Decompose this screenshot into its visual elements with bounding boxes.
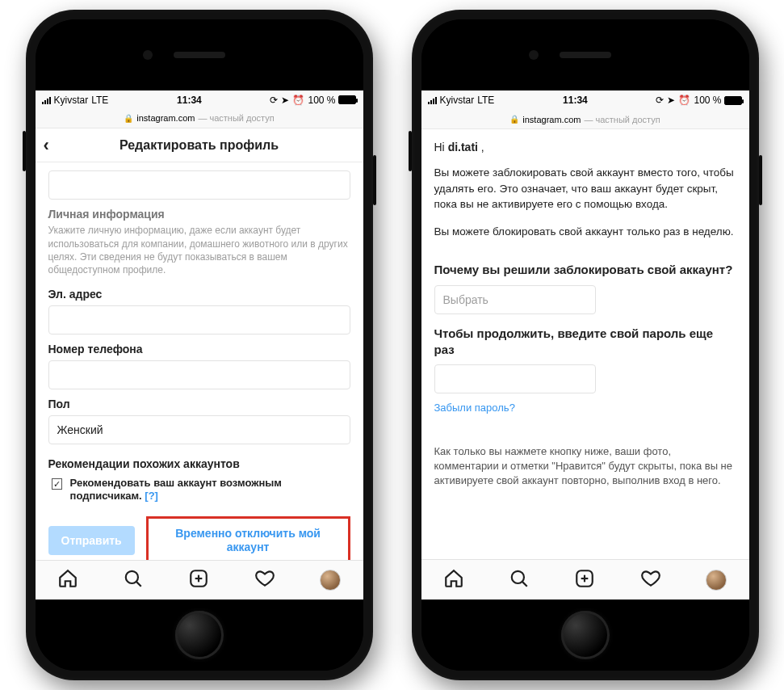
home-button[interactable] [175, 611, 224, 659]
battery-icon [338, 95, 356, 104]
location-icon: ➤ [667, 95, 675, 106]
reason-label: Почему вы решили заблокировать свой акка… [434, 262, 736, 278]
page-header: ‹ Редактировать профиль [36, 128, 363, 163]
footer-paragraph: Как только вы нажмете кнопку ниже, ваши … [434, 444, 736, 489]
signal-icon [42, 96, 51, 104]
lock-icon: 🔒 [124, 114, 133, 123]
battery-text: 100 % [308, 95, 335, 106]
status-time: 11:34 [177, 95, 202, 106]
home-icon[interactable] [443, 568, 464, 592]
reason-select[interactable]: Выбрать [434, 285, 596, 314]
email-input[interactable] [48, 305, 350, 334]
svg-point-0 [126, 571, 138, 583]
profile-avatar[interactable] [320, 570, 341, 591]
page-title: Редактировать профиль [119, 138, 279, 153]
checkbox-icon[interactable]: ✓ [52, 478, 62, 490]
orientation-lock-icon: ⟳ [656, 95, 664, 106]
bottom-tab-bar [421, 559, 749, 600]
url-suffix: — частный доступ [198, 113, 274, 123]
activity-heart-icon[interactable] [640, 568, 661, 592]
help-link[interactable]: [?] [145, 490, 158, 502]
forgot-password-link[interactable]: Забыли пароль? [434, 402, 515, 414]
url-domain: instagram.com [522, 115, 581, 124]
unlabeled-input[interactable] [48, 170, 350, 200]
greeting: Hi di.tati , [434, 141, 736, 154]
submit-button[interactable]: Отправить [48, 526, 135, 555]
svg-line-6 [522, 582, 527, 587]
carrier-label: Kyivstar [54, 95, 89, 106]
gender-select[interactable]: Женский [48, 415, 350, 444]
battery-icon [724, 96, 742, 105]
password-input[interactable] [434, 364, 596, 393]
alarm-icon: ⏰ [292, 95, 304, 106]
info-paragraph-1: Вы можете заблокировать свой аккаунт вме… [434, 165, 736, 212]
lock-icon: 🔒 [509, 115, 519, 124]
url-suffix: — частный доступ [584, 115, 660, 124]
add-post-icon[interactable] [188, 568, 209, 592]
carrier-label: Kyivstar [440, 95, 475, 106]
email-label: Эл. адрес [48, 288, 350, 301]
url-domain: instagram.com [136, 113, 195, 123]
network-label: LTE [91, 95, 108, 106]
alarm-icon: ⏰ [678, 95, 690, 106]
recommendations-title: Рекомендации похожих аккаунтов [48, 457, 350, 470]
browser-url-bar[interactable]: 🔒 instagram.com — частный доступ [421, 110, 749, 129]
greeting-username: di.tati [448, 141, 478, 154]
profile-avatar[interactable] [706, 570, 727, 591]
recommend-checkbox-row[interactable]: ✓ Рекомендовать ваш аккаунт возможным по… [48, 477, 350, 503]
bottom-tab-bar [36, 560, 363, 600]
recommend-checkbox-label: Рекомендовать ваш аккаунт возможным подп… [70, 477, 350, 503]
info-paragraph-2: Вы можете блокировать свой аккаунт тольк… [434, 224, 736, 240]
network-label: LTE [477, 95, 494, 106]
browser-url-bar[interactable]: 🔒 instagram.com — частный доступ [36, 109, 363, 128]
phone-frame-2: Kyivstar LTE 11:34 ⟳ ➤ ⏰ 100 % 🔒 instagr… [412, 10, 759, 680]
svg-point-5 [512, 570, 524, 583]
home-icon[interactable] [57, 568, 78, 592]
gender-label: Пол [48, 398, 350, 410]
activity-heart-icon[interactable] [254, 568, 275, 592]
battery-text: 100 % [694, 95, 721, 106]
personal-info-desc: Укажите личную информацию, даже если акк… [48, 224, 350, 276]
signal-icon [428, 96, 437, 104]
password-label: Чтобы продолжить, введите свой пароль ещ… [434, 326, 736, 359]
phone-input[interactable] [48, 360, 350, 389]
personal-info-title: Личная информация [48, 208, 350, 221]
search-icon[interactable] [509, 568, 530, 592]
add-post-icon[interactable] [574, 568, 595, 592]
svg-line-1 [136, 582, 141, 587]
location-icon: ➤ [281, 95, 289, 106]
orientation-lock-icon: ⟳ [270, 95, 278, 106]
phone-frame-1: Kyivstar LTE 11:34 ⟳ ➤ ⏰ 100 % 🔒 instagr… [26, 10, 373, 680]
home-button[interactable] [561, 611, 610, 659]
status-time: 11:34 [563, 95, 588, 106]
phone-label: Номер телефона [48, 343, 350, 356]
search-icon[interactable] [123, 568, 144, 592]
back-chevron-icon[interactable]: ‹ [44, 137, 49, 154]
status-bar: Kyivstar LTE 11:34 ⟳ ➤ ⏰ 100 % [36, 90, 363, 109]
status-bar: Kyivstar LTE 11:34 ⟳ ➤ ⏰ 100 % [421, 90, 749, 110]
temporarily-disable-account-link[interactable]: Временно отключить мой аккаунт [146, 516, 350, 561]
